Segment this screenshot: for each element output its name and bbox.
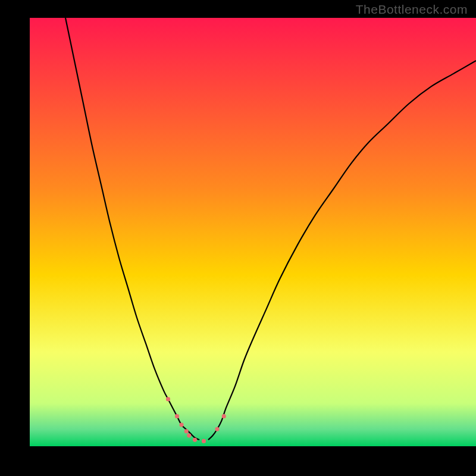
right-curve [208,61,476,440]
data-markers [166,397,226,443]
data-marker [166,397,170,401]
data-marker [202,439,206,443]
watermark-text: TheBottleneck.com [356,2,468,17]
curves-layer [30,18,476,446]
plot-area [30,18,476,446]
data-marker [175,414,179,418]
data-marker [184,429,189,433]
chart-container: TheBottleneck.com [0,0,476,476]
data-marker [187,434,191,438]
data-marker [193,438,197,442]
data-marker [180,423,184,427]
data-marker [222,414,226,418]
data-marker [215,427,220,431]
left-curve [65,18,199,440]
